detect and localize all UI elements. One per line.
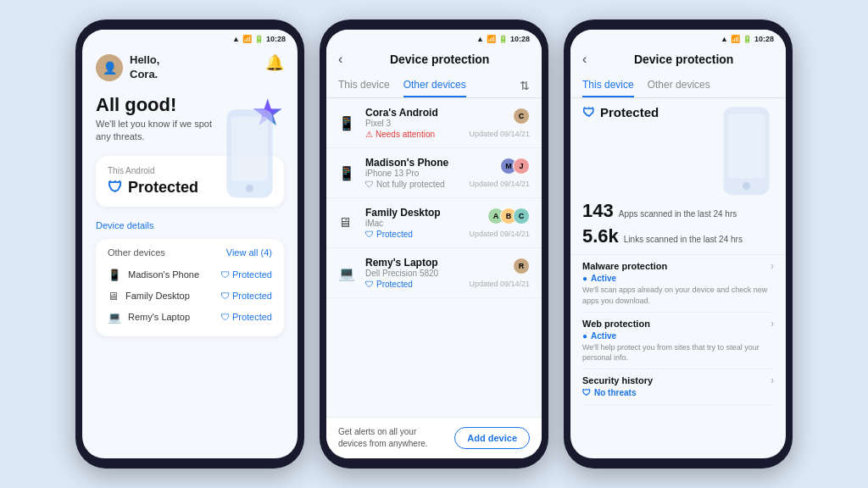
all-good-text: All good! We'll let you know if we spot … xyxy=(96,94,223,144)
sort-icon[interactable]: ⇅ xyxy=(520,79,530,92)
device-right-remy: R Updated 09/14/21 xyxy=(469,258,530,288)
security-header: Security history › xyxy=(582,374,774,386)
list-item-cora[interactable]: 📱 Cora's Android Pixel 3 ⚠ Needs attenti… xyxy=(326,98,542,148)
device-status-madison: Protected xyxy=(232,269,272,280)
hero-subtitle: We'll let you know if we spot any threat… xyxy=(96,118,223,144)
device-info-remy: Remy's Laptop Dell Precision 5820 🛡 Prot… xyxy=(365,257,469,289)
device-row-left-2: 🖥 Family Desktop xyxy=(108,290,190,302)
list-item-family[interactable]: 🖥 Family Desktop iMac 🛡 Protected xyxy=(326,198,542,248)
protection-header-left: 🛡 Protected xyxy=(582,105,659,123)
list-item-madison[interactable]: 📱 Madison's Phone iPhone 13 Pro 🛡 Not fu… xyxy=(326,148,542,198)
avatars-remy: R xyxy=(513,258,530,274)
tab-this-device-3[interactable]: This device xyxy=(582,74,634,97)
malware-header: Malware protection › xyxy=(582,260,774,272)
device-thumbnail xyxy=(222,108,277,199)
device-details-link[interactable]: Device details xyxy=(96,220,284,230)
laptop-icon-remy: 💻 xyxy=(338,265,359,281)
protection-sections: Malware protection › ● Active We'll scan… xyxy=(570,255,786,458)
partial-shield-icon: 🛡 xyxy=(365,180,374,189)
battery-icon-3: 🔋 xyxy=(743,35,752,43)
signal-icon-3: ▲ xyxy=(721,35,728,43)
tabs-row-3: This device Other devices xyxy=(570,74,786,98)
time-2: 10:28 xyxy=(510,35,530,43)
signal-icon-2: ▲ xyxy=(476,35,484,43)
avatar-m2: J xyxy=(513,158,530,175)
phone-1-content: 👤 Hello,Cora. 🔔 All good! We'll let you … xyxy=(82,45,298,458)
device-status-family-2: 🛡 Protected xyxy=(365,230,469,239)
status-icons-1: ▲ 📶 🔋 10:28 xyxy=(232,35,286,43)
other-devices-section: Other devices View all (4) 📱 Madison's P… xyxy=(96,239,284,336)
stat-apps-number: 143 xyxy=(582,200,614,222)
shield-big-icon: 🛡 xyxy=(582,105,595,119)
phone-3-screen: ▲ 📶 🔋 10:28 ‹ Device protection This dev xyxy=(570,30,786,458)
avatars-cora: C xyxy=(513,108,530,125)
signal-icon: ▲ xyxy=(232,35,240,43)
status-bar-1: ▲ 📶 🔋 10:28 xyxy=(82,30,298,45)
protected-text: Protected xyxy=(128,179,198,197)
malware-chevron: › xyxy=(771,260,774,272)
no-threats-status: 🛡 No threats xyxy=(582,388,774,397)
phone-3-content: ‹ Device protection This device Other de… xyxy=(570,45,786,458)
phone-2-frame: ▲ 📶 🔋 10:28 ‹ Device protection This dev xyxy=(320,19,548,469)
shield-remy-icon: 🛡 xyxy=(365,280,374,289)
add-device-button[interactable]: Add device xyxy=(454,427,530,449)
nav-title-2: Device protection xyxy=(349,53,530,66)
tab-other-devices-3[interactable]: Other devices xyxy=(648,74,710,97)
bell-icon[interactable]: 🔔 xyxy=(265,53,284,72)
tab-other-devices-2[interactable]: Other devices xyxy=(403,74,466,97)
phone-1-header: 👤 Hello,Cora. 🔔 xyxy=(96,53,284,82)
tabs-row-2: This device Other devices ⇅ xyxy=(326,74,542,98)
device-row-left: 📱 Madison's Phone xyxy=(108,269,199,281)
back-arrow-2[interactable]: ‹ xyxy=(338,52,342,67)
device-status-cora: ⚠ Needs attention xyxy=(365,130,469,139)
device-status-remy-2: 🛡 Protected xyxy=(365,280,469,289)
device-status-remy: Protected xyxy=(232,312,272,322)
stats-row: 143 Apps scanned in the last 24 hrs 5.6k… xyxy=(570,200,786,255)
device-sub-madison: iPhone 13 Pro xyxy=(365,169,469,178)
wifi-icon-2: 📶 xyxy=(487,35,496,43)
shield-sm-icon-2: 🛡 xyxy=(220,291,230,301)
device-sub-cora: Pixel 3 xyxy=(365,119,469,128)
svg-rect-1 xyxy=(231,117,268,181)
device-protected-madison: 🛡 Protected xyxy=(220,269,272,280)
protection-status-text: Protected xyxy=(600,105,659,119)
device-row-remy: 💻 Remy's Laptop 🛡 Protected xyxy=(108,307,272,328)
updated-remy: Updated 09/14/21 xyxy=(469,280,530,288)
mobile-icon: 📱 xyxy=(108,269,121,281)
add-device-footer: Get alerts on all your devices from anyw… xyxy=(326,417,542,458)
stat-links: 5.6k Links scanned in the last 24 hrs xyxy=(582,225,774,247)
device-name-remy: Remy's Laptop xyxy=(128,312,190,322)
avatar-f3: C xyxy=(513,208,530,225)
web-desc: We'll help protect you from sites that t… xyxy=(582,342,774,363)
device-right-family: A B C Updated 09/14/21 xyxy=(469,208,530,238)
back-arrow-3[interactable]: ‹ xyxy=(582,52,587,67)
avatars-madison: M J xyxy=(500,158,530,175)
protection-status-big: 🛡 Protected xyxy=(582,105,659,119)
security-chevron: › xyxy=(771,374,774,386)
device-status-madison: 🛡 Not fully protected xyxy=(365,180,469,189)
shield-icon: 🛡 xyxy=(108,179,123,197)
malware-status: ● Active xyxy=(582,274,774,283)
desktop-icon: 🖥 xyxy=(108,290,119,302)
other-devices-title: Other devices xyxy=(108,247,165,258)
nav-bar-2: ‹ Device protection xyxy=(326,45,542,74)
desktop-icon-family: 🖥 xyxy=(338,215,359,230)
device-name-cora: Cora's Android xyxy=(365,107,469,119)
phone-1: ▲ 📶 🔋 10:28 👤 Hello,Cora. 🔔 xyxy=(75,19,304,469)
avatar-r1: R xyxy=(513,258,530,274)
phone-2-screen: ▲ 📶 🔋 10:28 ‹ Device protection This dev xyxy=(326,30,542,458)
device-status-family: Protected xyxy=(232,291,272,301)
nav-bar-3: ‹ Device protection xyxy=(570,45,786,74)
web-chevron: › xyxy=(771,318,774,330)
device-info-family: Family Desktop iMac 🛡 Protected xyxy=(365,207,469,239)
web-section[interactable]: Web protection › ● Active We'll help pro… xyxy=(582,318,774,369)
shield-sm-icon-3: 🛡 xyxy=(220,312,230,322)
device-list: 📱 Cora's Android Pixel 3 ⚠ Needs attenti… xyxy=(326,98,542,417)
avatar: 👤 xyxy=(96,54,123,81)
malware-section[interactable]: Malware protection › ● Active We'll scan… xyxy=(582,260,774,312)
security-section[interactable]: Security history › 🛡 No threats xyxy=(582,374,774,405)
time-1: 10:28 xyxy=(266,35,286,43)
view-all-link[interactable]: View all (4) xyxy=(226,247,272,258)
tab-this-device-2[interactable]: This device xyxy=(338,74,390,97)
list-item-remy[interactable]: 💻 Remy's Laptop Dell Precision 5820 🛡 Pr… xyxy=(326,248,542,298)
